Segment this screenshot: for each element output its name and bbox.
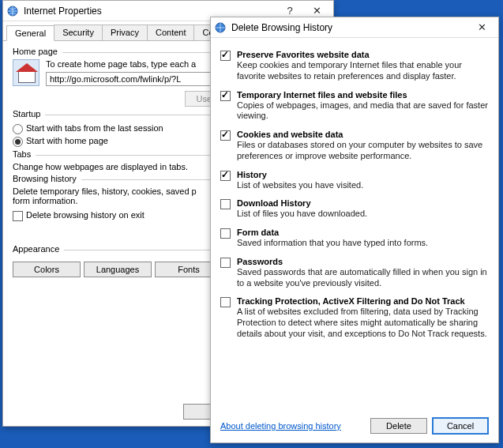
option-checkbox[interactable] [220, 297, 231, 307]
option-checkbox[interactable] [220, 130, 231, 141]
about-link[interactable]: About deleting browsing history [220, 421, 341, 431]
dialog-body: Preserve Favorites website dataKeep cook… [211, 38, 498, 442]
cancel-dialog-button[interactable]: Cancel [432, 417, 489, 435]
option-checkbox[interactable] [220, 51, 231, 61]
option-checkbox[interactable] [220, 258, 231, 268]
dialog-footer: About deleting browsing history Delete C… [220, 409, 489, 435]
startup-legend: Startup [13, 109, 45, 119]
titlebar: Delete Browsing History ✕ [211, 17, 498, 38]
option-row: PasswordsSaved passwords that are automa… [220, 257, 489, 289]
option-row: Download HistoryList of files you have d… [220, 198, 489, 220]
option-checkbox[interactable] [220, 228, 231, 239]
option-label: Passwords [237, 257, 489, 266]
globe-icon [214, 21, 227, 34]
globe-icon [6, 5, 19, 17]
option-desc: List of websites you have visited. [237, 180, 489, 191]
homepage-legend: Home page [13, 47, 62, 56]
radio-last-session[interactable] [13, 124, 23, 134]
radio-last-session-label: Start with tabs from the last session [26, 123, 163, 133]
delete-on-exit-checkbox[interactable] [13, 211, 23, 221]
option-desc: Saved passwords that are automatically f… [237, 267, 489, 289]
option-label: Temporary Internet files and website fil… [237, 90, 489, 100]
radio-home-page-label: Start with home page [26, 136, 108, 145]
tabs-legend: Tabs [13, 149, 36, 159]
close-button[interactable]: ✕ [468, 19, 495, 36]
home-icon [13, 59, 39, 86]
window-title: Internet Properties [24, 6, 276, 17]
radio-home-page[interactable] [13, 137, 23, 147]
option-row: HistoryList of websites you have visited… [220, 170, 489, 191]
tab-security[interactable]: Security [54, 24, 103, 40]
option-desc: Copies of webpages, images, and media th… [237, 100, 489, 122]
tab-general[interactable]: General [6, 25, 54, 41]
option-checkbox[interactable] [220, 171, 231, 181]
option-label: Cookies and website data [237, 130, 489, 139]
delete-on-exit-label: Delete browsing history on exit [26, 210, 145, 220]
option-desc: Files or databases stored on your comput… [237, 140, 489, 162]
option-checkbox[interactable] [220, 91, 231, 101]
option-label: History [237, 170, 489, 179]
languages-button[interactable]: Languages [84, 262, 152, 277]
option-checkbox[interactable] [220, 199, 231, 209]
dialog-title: Delete Browsing History [231, 22, 468, 33]
option-label: Download History [237, 198, 489, 208]
option-label: Tracking Protection, ActiveX Filtering a… [237, 296, 489, 306]
tab-content[interactable]: Content [147, 24, 195, 40]
option-desc: Keep cookies and temporary Internet file… [237, 60, 489, 82]
appearance-legend: Appearance [13, 244, 64, 254]
option-row: Tracking Protection, ActiveX Filtering a… [220, 296, 489, 339]
colors-button[interactable]: Colors [13, 262, 81, 277]
option-label: Preserve Favorites website data [237, 50, 489, 59]
option-row: Temporary Internet files and website fil… [220, 90, 489, 122]
option-desc: List of files you have downloaded. [237, 209, 489, 220]
tab-privacy[interactable]: Privacy [102, 24, 148, 40]
option-row: Form dataSaved information that you have… [220, 228, 489, 249]
delete-confirm-button[interactable]: Delete [370, 418, 427, 434]
delete-history-dialog: Delete Browsing History ✕ Preserve Favor… [210, 17, 499, 443]
option-desc: Saved information that you have typed in… [237, 238, 489, 249]
option-row: Cookies and website dataFiles or databas… [220, 130, 489, 162]
option-row: Preserve Favorites website dataKeep cook… [220, 50, 489, 82]
option-label: Form data [237, 228, 489, 237]
option-desc: A list of websites excluded from filteri… [237, 307, 489, 339]
history-legend: Browsing history [13, 174, 81, 183]
